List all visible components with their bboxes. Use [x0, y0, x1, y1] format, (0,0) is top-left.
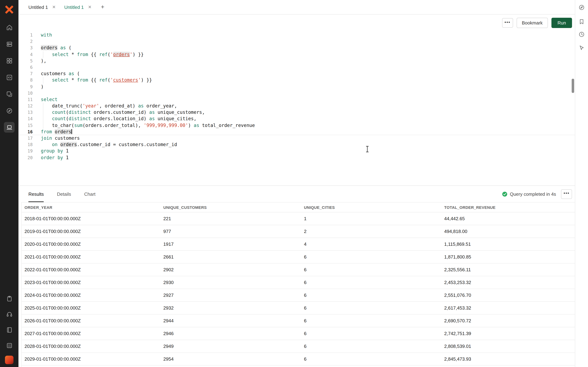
line-content: on orders.customer_id = customers.custom…: [33, 142, 177, 148]
line-number: 9: [18, 83, 33, 90]
table-row[interactable]: 2026-01-01T00:00:00.000Z294462,690,570.7…: [22, 314, 575, 327]
line-content: order by 1: [33, 154, 69, 161]
tab-untitled-2[interactable]: Untitled 1 ✕: [59, 0, 95, 14]
line-content: to_char(sum(orders.order_total), '999,99…: [33, 122, 255, 129]
more-options-button[interactable]: •••: [502, 18, 513, 28]
code-line[interactable]: 14 count(distinct orders.location_id) as…: [18, 116, 575, 122]
table-cell: 2021-01-01T00:00:00.000Z: [22, 250, 161, 263]
table-cell: 2026-01-01T00:00:00.000Z: [22, 314, 161, 327]
line-content: [33, 64, 41, 71]
table-row[interactable]: 2029-01-01T00:00:00.000Z295462,845,473.9…: [22, 353, 575, 365]
code-line[interactable]: 13 count(distinct orders.customer_id) as…: [18, 109, 575, 116]
table-row[interactable]: 2030-01-01T00:00:00.000Z287961,841,049.3…: [22, 365, 575, 367]
table-row[interactable]: 2025-01-01T00:00:00.000Z293262,617,453.3…: [22, 301, 575, 314]
table-row[interactable]: 2020-01-01T00:00:00.000Z191741,115,869.5…: [22, 238, 575, 250]
code-line[interactable]: 10: [18, 90, 575, 96]
table-cell: 2944: [161, 314, 301, 327]
pointer-icon[interactable]: [577, 43, 586, 52]
table-cell: 2024-01-01T00:00:00.000Z: [22, 289, 161, 301]
line-number: 13: [18, 109, 33, 116]
table-row[interactable]: 2027-01-01T00:00:00.000Z294662,742,751.3…: [22, 327, 575, 340]
line-number: 12: [18, 103, 33, 109]
results-panel: Results Details Chart Query completed in…: [18, 185, 575, 367]
code-cell-icon[interactable]: [4, 72, 15, 83]
editor-scrollbar[interactable]: [572, 79, 574, 93]
explore-icon[interactable]: [4, 105, 15, 116]
keypad-icon[interactable]: [4, 340, 15, 351]
table-row[interactable]: 2023-01-01T00:00:00.000Z293062,453,253.3…: [22, 276, 575, 289]
sql-editor[interactable]: 1with23orders as (4 select * from {{ ref…: [18, 31, 575, 185]
new-tab-button[interactable]: +: [98, 2, 107, 12]
tab-details[interactable]: Details: [57, 186, 71, 202]
column-header[interactable]: UNIQUE_CUSTOMERS: [161, 202, 301, 212]
table-cell: 2: [301, 225, 441, 238]
clipboard-icon[interactable]: [4, 293, 15, 304]
tab-untitled-1[interactable]: Untitled 1 ✕: [23, 0, 59, 14]
code-line[interactable]: 17join customers: [18, 135, 575, 142]
run-button[interactable]: Run: [551, 18, 572, 28]
code-line[interactable]: 19group by 1: [18, 148, 575, 154]
line-number: 17: [18, 135, 33, 142]
table-row[interactable]: 2022-01-01T00:00:00.000Z290262,325,556.1…: [22, 263, 575, 276]
line-content: select * from {{ ref('customers') }}: [33, 77, 152, 83]
table-row[interactable]: 2019-01-01T00:00:00.000Z9772494,818.00: [22, 225, 575, 238]
code-line[interactable]: 18 on orders.customer_id = customers.cus…: [18, 142, 575, 148]
column-header[interactable]: UNIQUE_CITIES: [301, 202, 441, 212]
tab-results[interactable]: Results: [28, 186, 44, 202]
app-logo[interactable]: [5, 5, 14, 14]
close-icon[interactable]: ✕: [88, 5, 92, 9]
line-number: 15: [18, 122, 33, 129]
table-cell: 977: [161, 225, 301, 238]
journal-icon[interactable]: [4, 325, 15, 335]
table-cell: 2020-01-01T00:00:00.000Z: [22, 238, 161, 250]
compass-icon[interactable]: [577, 3, 586, 12]
text-caret: [71, 129, 72, 134]
code-line[interactable]: 11select: [18, 96, 575, 103]
support-headset-icon[interactable]: [4, 309, 15, 319]
code-line[interactable]: 6: [18, 64, 575, 71]
line-content: [33, 90, 41, 96]
code-line[interactable]: 1with: [18, 32, 575, 38]
bookmark-button[interactable]: Bookmark: [517, 18, 548, 28]
windows-icon[interactable]: [4, 89, 15, 99]
code-line[interactable]: 4 select * from {{ ref('orders') }}: [18, 51, 575, 58]
code-line[interactable]: 3orders as (: [18, 45, 575, 51]
app-root: Untitled 1 ✕ Untitled 1 ✕ + ••• Bookmark…: [0, 0, 588, 367]
code-line[interactable]: 12 date_trunc('year', ordered_at) as ord…: [18, 103, 575, 109]
history-clock-icon[interactable]: [577, 30, 586, 39]
code-line[interactable]: 20order by 1: [18, 154, 575, 161]
tab-chart[interactable]: Chart: [84, 186, 95, 202]
results-table-wrap[interactable]: ORDER_YEARUNIQUE_CUSTOMERSUNIQUE_CITIEST…: [21, 202, 575, 367]
results-more-button[interactable]: •••: [561, 189, 572, 199]
column-header[interactable]: ORDER_YEAR: [22, 202, 161, 212]
table-cell: 2,808,539.01: [441, 340, 575, 353]
user-avatar[interactable]: [5, 356, 14, 364]
tab-label: Untitled 1: [28, 4, 48, 10]
code-line[interactable]: 7customers as (: [18, 71, 575, 77]
code-line[interactable]: 8 select * from {{ ref('customers') }}: [18, 77, 575, 83]
code-line[interactable]: 9): [18, 83, 575, 90]
column-header[interactable]: TOTAL_ORDER_REVENUE: [441, 202, 575, 212]
apps-grid-icon[interactable]: [4, 55, 15, 66]
code-line[interactable]: 15 to_char(sum(orders.order_total), '999…: [18, 122, 575, 129]
table-cell: 2954: [161, 353, 301, 365]
code-line[interactable]: 2: [18, 38, 575, 45]
table-cell: 6: [301, 276, 441, 289]
tab-bar: Untitled 1 ✕ Untitled 1 ✕ +: [18, 0, 575, 15]
close-icon[interactable]: ✕: [52, 5, 56, 9]
table-cell: 2902: [161, 263, 301, 276]
table-row[interactable]: 2018-01-01T00:00:00.000Z221144,442.65: [22, 212, 575, 225]
code-line[interactable]: 5),: [18, 58, 575, 64]
table-row[interactable]: 2028-01-01T00:00:00.000Z294962,808,539.0…: [22, 340, 575, 353]
bookmark-icon[interactable]: [577, 17, 586, 26]
table-row[interactable]: 2021-01-01T00:00:00.000Z266161,871,800.8…: [22, 250, 575, 263]
line-content: orders as (: [33, 45, 71, 51]
line-number: 7: [18, 71, 33, 77]
data-drawer-icon[interactable]: [4, 39, 15, 49]
workspace-laptop-icon[interactable]: [4, 122, 15, 133]
home-icon[interactable]: [4, 22, 15, 33]
table-row[interactable]: 2024-01-01T00:00:00.000Z292762,551,076.7…: [22, 289, 575, 301]
line-number: 6: [18, 64, 33, 71]
line-content: customers as (: [33, 71, 80, 77]
code-line[interactable]: 16from orders: [18, 129, 575, 135]
